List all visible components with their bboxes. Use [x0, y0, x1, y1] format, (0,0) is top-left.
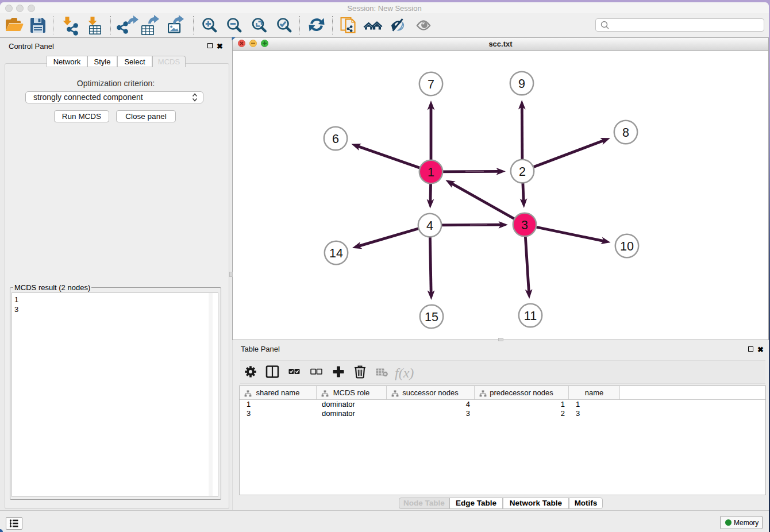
- svg-text:3: 3: [521, 218, 528, 232]
- svg-text:6: 6: [332, 132, 339, 146]
- svg-text:15: 15: [425, 310, 438, 324]
- svg-text:8: 8: [622, 126, 629, 140]
- svg-text:2: 2: [519, 165, 526, 179]
- svg-text:9: 9: [518, 77, 525, 91]
- svg-text:4: 4: [426, 219, 433, 233]
- svg-text:14: 14: [329, 246, 343, 260]
- svg-text:f(x): f(x): [395, 365, 414, 380]
- svg-text:11: 11: [524, 309, 537, 323]
- svg-text:10: 10: [620, 240, 634, 253]
- svg-text:1: 1: [428, 165, 434, 179]
- svg-text:7: 7: [428, 78, 434, 91]
